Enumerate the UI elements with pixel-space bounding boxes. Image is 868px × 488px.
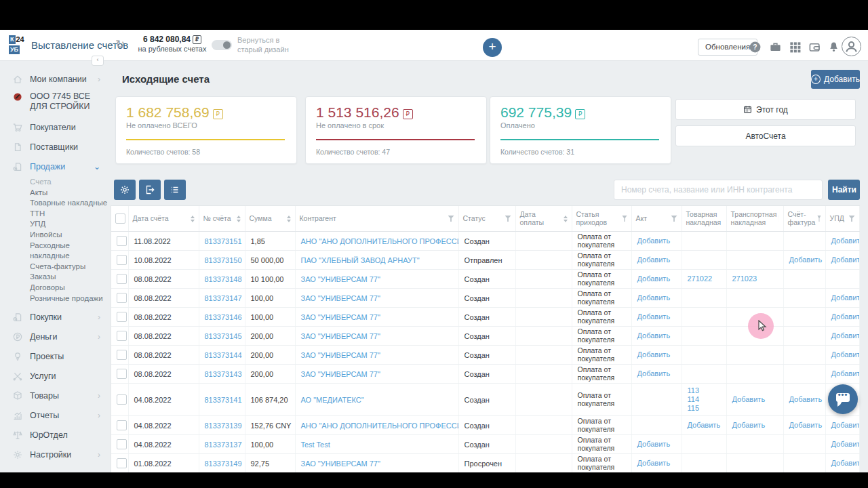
sort-icon[interactable] — [564, 216, 568, 222]
document-link[interactable]: Добавить — [637, 369, 676, 378]
filter-icon[interactable] — [448, 216, 454, 222]
invoice-number-link[interactable]: 813373149 — [205, 460, 242, 468]
sidebar-subitem[interactable]: Заказы — [30, 272, 108, 283]
column-header[interactable]: Транспортная накладная — [726, 206, 783, 232]
document-link[interactable]: Добавить — [637, 274, 676, 283]
invoice-number-link[interactable]: 813373141 — [205, 396, 242, 404]
document-link[interactable]: Добавить — [831, 459, 854, 468]
counterparty-link[interactable]: ЗАО "УНИВЕРСАМ 77" — [301, 294, 380, 302]
period-filter-button[interactable]: Этот год — [675, 99, 856, 120]
document-link[interactable]: Добавить — [831, 256, 854, 264]
notifications-bell-icon[interactable] — [827, 41, 840, 54]
column-header[interactable]: № счёта — [199, 206, 245, 232]
sidebar-item-projects[interactable]: Проекты — [0, 346, 108, 366]
sidebar-item-suppliers[interactable]: Поставщики — [0, 137, 108, 157]
counterparty-link[interactable]: ПАО "ХЛЕБНЫЙ ЗАВОД АРНАУТ" — [301, 256, 420, 264]
counterparty-link[interactable]: Test Test — [301, 441, 330, 449]
counterparty-link[interactable]: АНО "АНО ДОПОЛНИТЕЛЬНОГО ПРОФЕССИОНАЛ — [301, 422, 459, 430]
sidebar-subitem[interactable]: Счета-фактуры — [30, 262, 108, 272]
sidebar-subitem[interactable]: Расходные накладные — [30, 241, 108, 262]
column-header[interactable]: УПД — [825, 206, 859, 232]
document-link[interactable]: Добавить — [831, 293, 854, 302]
counterparty-link[interactable]: АНО "АНО ДОПОЛНИТЕЛЬНОГО ПРОФЕССИОНАЛ — [301, 237, 459, 245]
apps-grid-icon[interactable] — [789, 41, 802, 54]
sidebar-subitem[interactable]: Розничные продажи — [30, 293, 108, 304]
briefcase-icon[interactable] — [769, 41, 782, 54]
invoice-number-link[interactable]: 813373148 — [205, 275, 242, 283]
row-checkbox[interactable] — [117, 420, 127, 430]
select-all-checkbox[interactable] — [115, 214, 125, 224]
kub24-logo[interactable]: К24 УБ — [9, 35, 24, 55]
document-link[interactable]: Добавить — [637, 237, 676, 245]
document-link[interactable]: Добавить — [831, 350, 854, 359]
invoice-number-link[interactable]: 813373144 — [205, 351, 242, 359]
invoice-number-link[interactable]: 813373137 — [205, 441, 242, 449]
invoice-number-link[interactable]: 813373143 — [205, 370, 242, 378]
autoinvoices-button[interactable]: АвтоСчета — [675, 125, 856, 146]
document-link[interactable]: Добавить — [637, 293, 676, 302]
document-link[interactable]: Добавить — [831, 369, 854, 378]
document-link[interactable]: Добавить — [732, 395, 778, 404]
export-button[interactable] — [139, 180, 161, 200]
document-link[interactable]: Добавить — [831, 312, 854, 321]
column-header[interactable]: Статус — [458, 206, 515, 232]
row-checkbox[interactable] — [117, 369, 127, 379]
document-link[interactable]: Добавить — [789, 256, 820, 264]
invoice-number-link[interactable]: 813373147 — [205, 294, 242, 302]
document-link[interactable]: 114 — [688, 395, 721, 404]
sidebar-item-home[interactable]: Мои компании› — [0, 69, 108, 89]
column-header[interactable]: Дата оплаты — [515, 206, 572, 232]
sidebar-item-sales[interactable]: Продажи⌄ — [0, 157, 108, 176]
document-link[interactable]: 271022 — [688, 274, 721, 283]
wallet-icon[interactable] — [808, 41, 821, 54]
search-button[interactable]: Найти — [828, 180, 860, 200]
old-design-toggle-label[interactable]: Вернуться в старый дизайн — [237, 35, 302, 54]
document-link[interactable]: 271023 — [732, 274, 778, 283]
sidebar-item-money[interactable]: Деньги› — [0, 327, 108, 346]
add-invoice-button[interactable]: + Добавить — [811, 70, 860, 89]
sort-icon[interactable] — [237, 216, 241, 222]
column-header[interactable]: Акт — [631, 206, 682, 232]
sidebar-item-cart[interactable]: Покупатели — [0, 117, 108, 137]
filter-icon[interactable] — [849, 216, 855, 222]
sidebar-subitem[interactable]: Счета — [30, 177, 108, 188]
document-link[interactable]: Добавить — [637, 312, 676, 321]
document-link[interactable]: Добавить — [637, 459, 676, 468]
sidebar-item-company[interactable]: ООО 7745 ВСЕ ДЛЯ СТРОЙКИ — [0, 89, 108, 117]
row-checkbox[interactable] — [117, 274, 127, 284]
search-input[interactable] — [614, 180, 823, 200]
sidebar-subitem[interactable]: Договоры — [30, 283, 108, 293]
sidebar-subitem[interactable]: Инвойсы — [30, 230, 108, 241]
invoice-number-link[interactable]: 813373150 — [205, 256, 242, 264]
invoice-number-link[interactable]: 813373139 — [205, 422, 242, 430]
sidebar-item-services[interactable]: Услуги — [0, 366, 108, 386]
document-link[interactable]: 113 — [688, 386, 721, 395]
row-checkbox[interactable] — [117, 293, 127, 303]
document-link[interactable]: Добавить — [637, 331, 676, 340]
document-link[interactable]: Добавить — [637, 440, 676, 449]
filter-icon[interactable] — [671, 216, 677, 222]
document-link[interactable]: Добавить — [831, 237, 854, 245]
row-checkbox[interactable] — [117, 312, 127, 322]
sidebar-collapse-button[interactable]: ‹ — [92, 56, 104, 66]
counterparty-link[interactable]: АО "МЕДИАТЕКС" — [301, 396, 364, 404]
sidebar-item-reports[interactable]: Отчеты› — [0, 405, 108, 425]
sidebar-item-legal[interactable]: ЮрОтдел — [0, 425, 108, 445]
document-link[interactable]: Добавить — [831, 421, 854, 430]
column-header[interactable]: Товарная накладная — [682, 206, 726, 232]
document-link[interactable]: Добавить — [789, 395, 820, 404]
row-checkbox[interactable] — [117, 394, 127, 405]
column-header[interactable]: Счёт-фактура — [783, 206, 825, 232]
sort-icon[interactable] — [287, 216, 291, 222]
create-new-button[interactable]: + — [483, 38, 502, 57]
document-link[interactable]: Добавить — [831, 331, 854, 340]
row-checkbox[interactable] — [117, 458, 127, 468]
counterparty-link[interactable]: ЗАО "УНИВЕРСАМ 77" — [301, 313, 380, 321]
column-header[interactable]: Сумма — [245, 206, 295, 232]
user-avatar[interactable] — [842, 37, 861, 56]
document-link[interactable]: Добавить — [688, 421, 721, 430]
sidebar-item-purchases[interactable]: Покупки› — [0, 307, 108, 327]
counterparty-link[interactable]: ЗАО "УНИВЕРСАМ 77" — [301, 275, 380, 283]
column-header[interactable]: Контрагент — [295, 206, 458, 232]
sort-icon[interactable] — [191, 216, 195, 222]
